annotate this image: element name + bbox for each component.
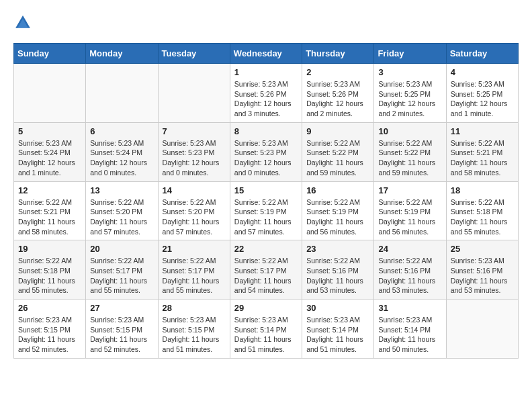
day-number: 5 (18, 126, 81, 136)
day-number: 26 (18, 303, 81, 313)
week-row-2: 5Sunrise: 5:23 AM Sunset: 5:24 PM Daylig… (14, 122, 519, 181)
calendar-cell: 28Sunrise: 5:23 AM Sunset: 5:15 PM Dayli… (158, 300, 230, 359)
day-detail: Sunrise: 5:23 AM Sunset: 5:26 PM Dayligh… (234, 79, 298, 119)
day-detail: Sunrise: 5:23 AM Sunset: 5:23 PM Dayligh… (163, 138, 226, 178)
day-number: 17 (378, 185, 441, 195)
day-detail: Sunrise: 5:22 AM Sunset: 5:17 PM Dayligh… (90, 256, 153, 295)
calendar-cell: 21Sunrise: 5:22 AM Sunset: 5:17 PM Dayli… (158, 240, 230, 300)
calendar-cell (14, 64, 86, 123)
day-number: 18 (451, 185, 514, 195)
calendar-cell: 9Sunrise: 5:22 AM Sunset: 5:22 PM Daylig… (302, 122, 374, 181)
calendar-cell: 8Sunrise: 5:23 AM Sunset: 5:23 PM Daylig… (230, 122, 302, 181)
day-detail: Sunrise: 5:22 AM Sunset: 5:19 PM Dayligh… (306, 197, 369, 237)
calendar-cell: 6Sunrise: 5:23 AM Sunset: 5:24 PM Daylig… (86, 122, 158, 181)
day-detail: Sunrise: 5:23 AM Sunset: 5:24 PM Dayligh… (18, 138, 81, 178)
day-detail: Sunrise: 5:23 AM Sunset: 5:15 PM Dayligh… (18, 315, 81, 355)
day-number: 10 (378, 126, 441, 136)
weekday-header-monday: Monday (86, 44, 158, 64)
week-row-1: 1Sunrise: 5:23 AM Sunset: 5:26 PM Daylig… (14, 64, 519, 123)
day-number: 1 (234, 67, 298, 77)
day-number: 15 (234, 185, 298, 195)
day-number: 9 (306, 126, 369, 136)
day-detail: Sunrise: 5:23 AM Sunset: 5:14 PM Dayligh… (306, 315, 369, 355)
calendar-cell: 16Sunrise: 5:22 AM Sunset: 5:19 PM Dayli… (302, 181, 374, 240)
calendar-cell: 31Sunrise: 5:23 AM Sunset: 5:14 PM Dayli… (374, 300, 446, 359)
day-detail: Sunrise: 5:23 AM Sunset: 5:14 PM Dayligh… (378, 315, 441, 355)
calendar-cell: 18Sunrise: 5:22 AM Sunset: 5:18 PM Dayli… (446, 181, 518, 240)
day-number: 31 (378, 303, 441, 313)
day-number: 25 (451, 244, 514, 254)
day-number: 27 (90, 303, 153, 313)
calendar-cell: 14Sunrise: 5:22 AM Sunset: 5:20 PM Dayli… (158, 181, 230, 240)
day-detail: Sunrise: 5:23 AM Sunset: 5:15 PM Dayligh… (90, 315, 153, 355)
day-number: 21 (163, 244, 226, 254)
weekday-header-thursday: Thursday (302, 44, 374, 64)
calendar-cell: 10Sunrise: 5:22 AM Sunset: 5:22 PM Dayli… (374, 122, 446, 181)
day-detail: Sunrise: 5:22 AM Sunset: 5:18 PM Dayligh… (18, 256, 81, 295)
day-detail: Sunrise: 5:23 AM Sunset: 5:15 PM Dayligh… (163, 315, 226, 355)
day-detail: Sunrise: 5:22 AM Sunset: 5:21 PM Dayligh… (18, 197, 81, 237)
calendar-cell: 15Sunrise: 5:22 AM Sunset: 5:19 PM Dayli… (230, 181, 302, 240)
day-detail: Sunrise: 5:23 AM Sunset: 5:26 PM Dayligh… (306, 79, 369, 119)
weekday-header-saturday: Saturday (446, 44, 518, 64)
day-detail: Sunrise: 5:23 AM Sunset: 5:25 PM Dayligh… (378, 79, 441, 119)
day-detail: Sunrise: 5:22 AM Sunset: 5:22 PM Dayligh… (306, 138, 369, 178)
day-number: 11 (451, 126, 514, 136)
day-number: 3 (378, 67, 441, 77)
day-detail: Sunrise: 5:22 AM Sunset: 5:22 PM Dayligh… (378, 138, 441, 178)
day-detail: Sunrise: 5:22 AM Sunset: 5:17 PM Dayligh… (234, 256, 298, 295)
weekday-header-tuesday: Tuesday (158, 44, 230, 64)
weekday-header-wednesday: Wednesday (230, 44, 302, 64)
week-row-3: 12Sunrise: 5:22 AM Sunset: 5:21 PM Dayli… (14, 181, 519, 240)
day-number: 19 (18, 244, 81, 254)
day-number: 12 (18, 185, 81, 195)
day-number: 14 (163, 185, 226, 195)
calendar-cell: 3Sunrise: 5:23 AM Sunset: 5:25 PM Daylig… (374, 64, 446, 123)
day-detail: Sunrise: 5:23 AM Sunset: 5:23 PM Dayligh… (234, 138, 298, 178)
day-detail: Sunrise: 5:23 AM Sunset: 5:14 PM Dayligh… (234, 315, 298, 355)
calendar-cell: 5Sunrise: 5:23 AM Sunset: 5:24 PM Daylig… (14, 122, 86, 181)
day-number: 28 (163, 303, 226, 313)
weekday-header-friday: Friday (374, 44, 446, 64)
day-number: 4 (451, 67, 514, 77)
day-detail: Sunrise: 5:22 AM Sunset: 5:20 PM Dayligh… (90, 197, 153, 237)
page-header (13, 13, 519, 32)
day-detail: Sunrise: 5:22 AM Sunset: 5:18 PM Dayligh… (451, 197, 514, 237)
logo-icon (13, 13, 32, 32)
calendar-cell (86, 64, 158, 123)
calendar-cell: 2Sunrise: 5:23 AM Sunset: 5:26 PM Daylig… (302, 64, 374, 123)
day-detail: Sunrise: 5:23 AM Sunset: 5:24 PM Dayligh… (90, 138, 153, 178)
calendar-cell: 27Sunrise: 5:23 AM Sunset: 5:15 PM Dayli… (86, 300, 158, 359)
day-number: 24 (378, 244, 441, 254)
calendar-cell: 22Sunrise: 5:22 AM Sunset: 5:17 PM Dayli… (230, 240, 302, 300)
day-number: 23 (306, 244, 369, 254)
day-number: 6 (90, 126, 153, 136)
calendar-cell: 23Sunrise: 5:22 AM Sunset: 5:16 PM Dayli… (302, 240, 374, 300)
day-number: 7 (163, 126, 226, 136)
day-number: 30 (306, 303, 369, 313)
day-number: 29 (234, 303, 298, 313)
calendar-cell: 12Sunrise: 5:22 AM Sunset: 5:21 PM Dayli… (14, 181, 86, 240)
calendar-cell: 24Sunrise: 5:22 AM Sunset: 5:16 PM Dayli… (374, 240, 446, 300)
day-number: 16 (306, 185, 369, 195)
calendar-cell: 29Sunrise: 5:23 AM Sunset: 5:14 PM Dayli… (230, 300, 302, 359)
day-number: 2 (306, 67, 369, 77)
calendar-table: SundayMondayTuesdayWednesdayThursdayFrid… (13, 43, 519, 359)
day-detail: Sunrise: 5:22 AM Sunset: 5:20 PM Dayligh… (163, 197, 226, 237)
day-detail: Sunrise: 5:22 AM Sunset: 5:21 PM Dayligh… (451, 138, 514, 178)
day-detail: Sunrise: 5:22 AM Sunset: 5:16 PM Dayligh… (378, 256, 441, 295)
calendar-cell: 20Sunrise: 5:22 AM Sunset: 5:17 PM Dayli… (86, 240, 158, 300)
weekday-header-row: SundayMondayTuesdayWednesdayThursdayFrid… (14, 44, 519, 64)
calendar-cell: 17Sunrise: 5:22 AM Sunset: 5:19 PM Dayli… (374, 181, 446, 240)
day-number: 13 (90, 185, 153, 195)
day-detail: Sunrise: 5:23 AM Sunset: 5:25 PM Dayligh… (451, 79, 514, 119)
weekday-header-sunday: Sunday (14, 44, 86, 64)
calendar-cell: 7Sunrise: 5:23 AM Sunset: 5:23 PM Daylig… (158, 122, 230, 181)
day-detail: Sunrise: 5:22 AM Sunset: 5:19 PM Dayligh… (378, 197, 441, 237)
calendar-cell: 4Sunrise: 5:23 AM Sunset: 5:25 PM Daylig… (446, 64, 518, 123)
day-number: 20 (90, 244, 153, 254)
day-detail: Sunrise: 5:22 AM Sunset: 5:16 PM Dayligh… (306, 256, 369, 295)
day-detail: Sunrise: 5:23 AM Sunset: 5:16 PM Dayligh… (451, 256, 514, 295)
calendar-cell: 25Sunrise: 5:23 AM Sunset: 5:16 PM Dayli… (446, 240, 518, 300)
day-detail: Sunrise: 5:22 AM Sunset: 5:17 PM Dayligh… (163, 256, 226, 295)
